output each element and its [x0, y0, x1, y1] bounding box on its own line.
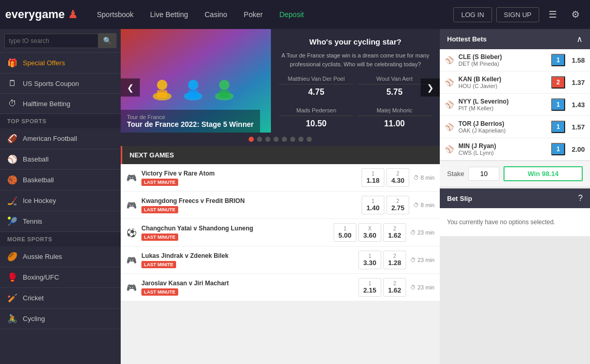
bet-pick-button-2[interactable]: 2 [551, 76, 565, 89]
stake-input[interactable] [468, 167, 499, 181]
sidebar-item-basketball[interactable]: 🏀 Basketball [0, 170, 121, 191]
sidebar-item-special-offers[interactable]: 🎁 Special Offers [0, 53, 121, 74]
bet-team2-2: HOU (C Javier) [458, 83, 547, 89]
banner-right: Who's your cycling star? A Tour de Franc… [271, 29, 440, 133]
bet-pick-button-4[interactable]: 1 [551, 121, 565, 133]
sidebar-item-aussie-rules[interactable]: 🏉 Aussie Rules [0, 246, 121, 267]
bet-slip-help-button[interactable]: ? [578, 194, 583, 203]
login-button[interactable]: LOG IN [453, 7, 492, 22]
odds-btn-3-2[interactable]: 2 1.62 [383, 223, 406, 242]
odds-buttons-5: 1 2.15 2 1.62 [358, 278, 406, 297]
banner-dot-6[interactable] [290, 137, 295, 142]
sidebar-basketball-label: Basketball [23, 176, 54, 184]
bet-team1-4: TOR (J Berrios) [458, 120, 547, 127]
banner-dot-7[interactable] [298, 137, 304, 142]
bet-team1-1: CLE (S Bieber) [458, 53, 547, 61]
sidebar-item-ice-hockey[interactable]: 🏒 Ice Hockey [0, 191, 121, 211]
nav-casino[interactable]: Casino [196, 0, 236, 29]
bet-odds-5: 2.00 [569, 145, 585, 153]
svg-point-2 [157, 80, 167, 90]
sidebar-aussie-rules-label: Aussie Rules [23, 253, 62, 260]
list-item: ⚾ NYY (L Severino) PIT (M Keller) 1 1.43 [440, 94, 590, 116]
sidebar-tennis-label: Tennis [23, 217, 42, 225]
odds-btn-5-1[interactable]: 1 2.15 [358, 278, 381, 297]
search-button[interactable]: 🔍 [98, 33, 117, 48]
table-row: ⚽ Changchun Yatai v Shandong Luneng LAST… [121, 219, 440, 246]
bet-team1-3: NYY (L Severino) [458, 98, 547, 105]
odds-btn-1-2[interactable]: 2 4.30 [386, 168, 409, 187]
odds-btn-4-1[interactable]: 1 3.30 [358, 251, 381, 269]
nav-deposit[interactable]: Deposit [271, 0, 312, 29]
sidebar-item-halftime-betting[interactable]: ⏱ Halftime Betting [0, 94, 121, 114]
banner-dot-2[interactable] [257, 137, 262, 142]
bet-teams-3: NYY (L Severino) PIT (M Keller) [458, 98, 547, 111]
banner-dot-8[interactable] [307, 137, 312, 142]
win-button[interactable]: Win 98.14 [503, 166, 583, 181]
banner-subtitle: Tour de France [127, 114, 254, 120]
menu-icon[interactable]: ☰ [543, 6, 562, 23]
bet-slip-header: Bet Slip ? [440, 188, 590, 208]
nav-links: Sportsbook Live Betting Casino Poker Dep… [89, 0, 453, 29]
baseball-sport-icon-5: ⚾ [445, 145, 454, 153]
odds-label-1-2: 2 [396, 171, 399, 177]
odds-btn-5-2[interactable]: 2 1.62 [383, 278, 406, 297]
sidebar-item-cycling[interactable]: 🚴 Cycling [0, 309, 121, 329]
nav-live-betting[interactable]: Live Betting [142, 0, 196, 29]
game-info-1: Victory Five v Rare Atom LAST MINUTE [141, 170, 357, 186]
right-panel: Hottest Bets ∧ ⚾ CLE (S Bieber) DET (M P… [440, 29, 590, 364]
search-input[interactable] [4, 34, 98, 48]
sidebar-item-us-sports-coupon[interactable]: 🗒 US Sports Coupon [0, 74, 121, 94]
banner-dot-1[interactable] [249, 137, 254, 142]
banner-area: Tour de France Tour de France 2022: Stag… [121, 29, 440, 146]
banner-odds-name-3: Mads Pedersen [279, 105, 353, 116]
sidebar-item-cricket[interactable]: 🏏 Cricket [0, 288, 121, 309]
top-sports-header: TOP SPORTS [0, 114, 121, 128]
hockey-icon: 🏒 [7, 196, 18, 206]
nav-sportsbook[interactable]: Sportsbook [89, 0, 142, 29]
settings-icon[interactable]: ⚙ [566, 6, 585, 23]
odds-btn-3-1[interactable]: 1 5.00 [334, 223, 356, 242]
signup-button[interactable]: SIGN UP [496, 7, 539, 22]
sidebar-special-offers-label: Special Offers [23, 59, 65, 67]
odds-btn-1-1[interactable]: 1 1.18 [362, 168, 384, 187]
sidebar-item-boxing-ufc[interactable]: 🥊 Boxing/UFC [0, 267, 121, 288]
cricket-icon: 🏏 [7, 293, 18, 303]
game-badge-2: LAST MINUTE [141, 206, 178, 213]
banner-prev-button[interactable]: ❮ [121, 79, 140, 97]
hottest-bets-collapse-button[interactable]: ∧ [577, 34, 583, 44]
soccer-icon: ⚽ [126, 228, 137, 238]
baseball-icon: ⚾ [7, 154, 18, 164]
banner-dot-3[interactable] [265, 137, 270, 142]
list-item: ⚾ TOR (J Berrios) OAK (J Kaprielian) 1 1… [440, 116, 590, 138]
hottest-bets-header: Hottest Bets ∧ [440, 29, 590, 49]
bet-pick-button-5[interactable]: 1 [551, 143, 565, 155]
svg-point-8 [219, 80, 229, 90]
sidebar-item-tennis[interactable]: 🎾 Tennis [0, 211, 121, 232]
table-row: 🎮 Jaroslav Kasan v Jiri Machart LAST MIN… [121, 274, 440, 301]
banner-description: A Tour de France stage win is a dream co… [279, 51, 431, 68]
odds-buttons-4: 1 3.30 2 1.28 [358, 251, 406, 269]
logo[interactable]: everygame ♟ [5, 8, 78, 21]
sidebar-item-baseball[interactable]: ⚾ Baseball [0, 149, 121, 170]
baseball-sport-icon-4: ⚾ [445, 123, 454, 131]
nav-poker[interactable]: Poker [236, 0, 271, 29]
bet-pick-button-1[interactable]: 1 [551, 54, 565, 66]
odds-btn-2-2[interactable]: 2 2.75 [386, 196, 409, 214]
sidebar-american-football-label: American Football [23, 135, 77, 142]
odds-btn-4-2[interactable]: 2 1.28 [383, 251, 406, 269]
esports-icon-2: 🎮 [126, 200, 137, 210]
game-info-3: Changchun Yatai v Shandong Luneng LAST M… [141, 225, 329, 241]
list-item: ⚾ KAN (B Keller) HOU (C Javier) 2 1.37 [440, 71, 590, 94]
esports-icon: 🎮 [126, 173, 137, 183]
banner-next-button[interactable]: ❯ [421, 79, 440, 97]
banner-dot-4[interactable] [274, 137, 279, 142]
bet-pick-button-3[interactable]: 1 [551, 98, 565, 111]
game-time-2: ⏱ 8 min [413, 202, 435, 208]
sidebar-item-american-football[interactable]: 🏈 American Football [0, 128, 121, 149]
banner-dot-5[interactable] [282, 137, 287, 142]
bet-team2-4: OAK (J Kaprielian) [458, 127, 547, 134]
odds-btn-2-1[interactable]: 1 1.40 [362, 196, 384, 214]
odds-btn-3-x[interactable]: X 3.60 [358, 223, 381, 242]
search-bar: 🔍 [0, 29, 121, 53]
bet-team1-5: MIN (J Ryan) [458, 142, 547, 150]
